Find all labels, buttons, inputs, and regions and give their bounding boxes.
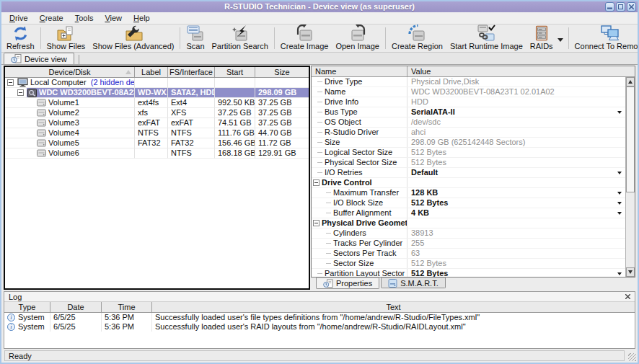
property-value-text: HDD (411, 97, 428, 106)
column-header-device-disk[interactable]: Device/Disk (5, 67, 135, 77)
toolbar-separator (180, 27, 180, 49)
property-row-partition-layout-sector-size[interactable]: Partition Layout Sector Size512 Bytes (312, 269, 625, 277)
raids-button[interactable]: RAIDs (526, 25, 557, 52)
property-row-physical-drive-geometry[interactable]: Physical Drive Geometry (312, 218, 625, 228)
tree-row-volume4[interactable]: Volume4NTFSNTFS111.76 GB44.70 GB (5, 128, 309, 138)
property-row-i-o-block-size[interactable]: I/O Block Size512 Bytes (312, 198, 625, 208)
property-name-label: I/O Block Size (333, 198, 383, 208)
dropdown-arrow-icon[interactable] (617, 111, 622, 114)
property-row-drive-control[interactable]: Drive Control (312, 178, 625, 188)
tree-row-wdc-wd3200bevt-08a23t1[interactable]: WDC WD3200BEVT-08A23T1...WD-WX...SATA2, … (5, 88, 309, 98)
log-row-1[interactable]: System6/5/255:36 PMSuccessfully loaded u… (4, 313, 635, 322)
property-row-os-object[interactable]: OS Object/dev/sdc (312, 117, 625, 128)
property-value: 512 Bytes (407, 158, 625, 167)
create-image-button[interactable]: Create Image (277, 25, 332, 52)
label-cell: xfs (135, 108, 168, 118)
property-row-sectors-per-track[interactable]: Sectors Per Track63 (312, 249, 625, 259)
property-row-bus-type[interactable]: Bus TypeSerialATA-II (312, 107, 625, 117)
log-column-header-date[interactable]: Date (50, 302, 102, 312)
start-runtime-image-button[interactable]: Start Runtime Image (446, 25, 526, 52)
dropdown-arrow-icon[interactable] (617, 212, 622, 215)
tree-row-volume1[interactable]: Volume1ext4fsExt4992.50 KB37.25 GB (5, 98, 309, 108)
property-row-tracks-per-cylinder[interactable]: Tracks Per Cylinder255 (312, 239, 625, 249)
size-cell: 37.25 GB (255, 108, 309, 118)
open-image-button[interactable]: Open Image (332, 25, 383, 52)
tree-row-local-computer[interactable]: Local Computer (2 hidden device) (5, 78, 309, 88)
tree-row-volume5[interactable]: Volume5FAT32FAT32156.46 GB11.72 GB (5, 138, 309, 148)
property-value[interactable]: Default (407, 168, 625, 177)
scroll-down-button[interactable] (626, 267, 635, 277)
collapse-expander-icon[interactable] (313, 179, 320, 186)
dropdown-arrow-icon[interactable] (617, 172, 622, 174)
properties-header: NameValue (312, 66, 635, 77)
close-button[interactable] (627, 2, 636, 12)
collapse-expander-icon[interactable] (313, 220, 320, 226)
property-value[interactable]: SerialATA-II (407, 107, 625, 117)
tree-row-volume6[interactable]: Volume6NTFS168.18 GB129.91 GB (5, 148, 309, 159)
properties-scrollbar[interactable] (625, 77, 635, 277)
column-header-label[interactable]: Label (135, 67, 168, 77)
column-header-start[interactable]: Start (215, 67, 255, 77)
dropdown-arrow-icon[interactable] (617, 202, 622, 205)
minimize-button[interactable] (605, 2, 614, 12)
resize-grip-icon[interactable] (628, 353, 636, 361)
column-header-fs-interface[interactable]: FS/Interface (168, 67, 215, 77)
title-bar[interactable]: R-STUDIO Technician - Device view (as su… (1, 1, 638, 12)
property-value-text: 255 (411, 239, 424, 247)
menu-view[interactable]: View (100, 13, 127, 23)
collapse-expander-icon[interactable] (7, 79, 14, 86)
tab-s-m-a-r-t[interactable]: S.M.A.R.T. (381, 278, 446, 288)
maximize-button[interactable] (616, 2, 625, 12)
property-row-physical-sector-size[interactable]: Physical Sector Size512 Bytes (312, 158, 625, 168)
property-row-buffer-alignment[interactable]: Buffer Alignment4 KB (312, 208, 625, 218)
property-row-r-studio-driver[interactable]: R-Studio Driverahci (312, 128, 625, 138)
property-value[interactable]: 4 KB (407, 208, 625, 218)
start-cell: 156.46 GB (215, 138, 255, 148)
tab-properties[interactable]: Properties (316, 278, 379, 289)
raids-dropdown-button[interactable] (557, 25, 566, 52)
collapse-expander-icon[interactable] (17, 89, 24, 96)
dropdown-arrow-icon[interactable] (617, 272, 622, 275)
property-row-i-o-retries[interactable]: I/O RetriesDefault (312, 168, 625, 178)
connect-to-remote-button[interactable]: Connect To Remote (571, 25, 638, 52)
log-row-2[interactable]: System6/5/255:36 PMSuccessfully loaded u… (4, 322, 635, 332)
refresh-button[interactable]: Refresh (3, 25, 38, 52)
tab-device-view[interactable]: Device view (4, 53, 74, 64)
show-files-button[interactable]: Show Files (43, 25, 89, 52)
scroll-up-button[interactable] (626, 77, 635, 86)
menu-drive[interactable]: Drive (4, 13, 33, 23)
log-column-header-type[interactable]: Type (4, 302, 50, 312)
property-value[interactable]: 512 Bytes (407, 269, 625, 277)
fs-cell (168, 78, 215, 88)
property-row-sector-size[interactable]: Sector Size512 Bytes (312, 259, 625, 269)
log-close-button[interactable] (625, 294, 630, 299)
scrollbar-thumb[interactable] (626, 86, 635, 192)
menu-help[interactable]: Help (128, 13, 155, 23)
property-row-name[interactable]: NameWDC WD3200BEVT-08A23T1 02.01A02 (312, 87, 625, 97)
show-files-advanced-button[interactable]: Show Files (Advanced) (89, 25, 177, 52)
property-row-drive-info[interactable]: Drive InfoHDD (312, 97, 625, 107)
log-column-header-time[interactable]: Time (102, 302, 152, 312)
log-column-header-text[interactable]: Text (152, 302, 635, 312)
tree-row-volume2[interactable]: Volume2xfsXFS37.25 GB37.25 GB (5, 108, 309, 118)
scan-button[interactable]: Scan (182, 25, 208, 52)
menu-create[interactable]: Create (35, 13, 69, 23)
property-row-maximum-transfer[interactable]: Maximum Transfer128 KB (312, 188, 625, 198)
create-region-button[interactable]: Create Region (388, 25, 446, 52)
property-row-size[interactable]: Size298.09 GB (625142448 Sectors) (312, 138, 625, 148)
device-disk-cell: Volume6 (5, 148, 135, 159)
property-row-cylinders[interactable]: Cylinders38913 (312, 228, 625, 239)
property-value[interactable]: 128 KB (407, 188, 625, 197)
tree-row-volume3[interactable]: Volume3exFATexFAT74.51 GB37.25 GB (5, 118, 309, 128)
property-row-logical-sector-size[interactable]: Logical Sector Size512 Bytes (312, 148, 625, 158)
property-row-drive-type[interactable]: Drive TypePhysical Drive,Disk (312, 77, 625, 87)
partition-search-button[interactable]: Partition Search (208, 25, 272, 52)
column-header-size[interactable]: Size (255, 67, 309, 77)
scan-icon (187, 25, 204, 42)
dropdown-arrow-icon[interactable] (617, 192, 622, 195)
device-tree-header: Device/DiskLabelFS/InterfaceStartSize (5, 67, 309, 78)
window-buttons (605, 2, 636, 12)
tree-connector (326, 243, 331, 244)
property-value[interactable]: 512 Bytes (407, 198, 625, 208)
menu-tools[interactable]: Tools (70, 13, 99, 23)
